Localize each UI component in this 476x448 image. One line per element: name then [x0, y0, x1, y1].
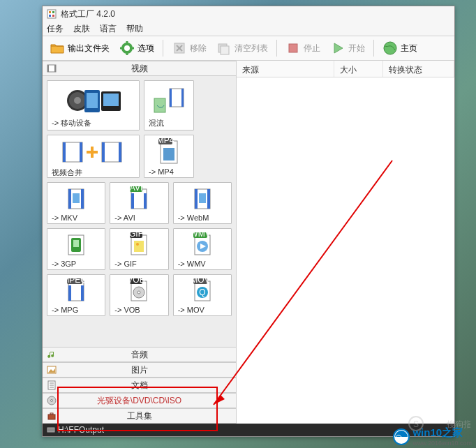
- gear-icon: [119, 40, 135, 56]
- options-button[interactable]: 选项: [115, 38, 158, 58]
- menu-language[interactable]: 语言: [100, 23, 117, 35]
- menu-help[interactable]: 帮助: [126, 23, 143, 35]
- tile-mux-label: 混流: [146, 117, 192, 128]
- mobile-icon: [49, 84, 137, 117]
- tile-mov[interactable]: MOVQ -> MOV: [173, 274, 232, 316]
- drive-icon: [47, 426, 55, 434]
- watermark-brand: win10之家: [412, 426, 472, 440]
- clearlist-button[interactable]: 清空列表: [212, 38, 272, 58]
- svg-rect-35: [80, 142, 82, 162]
- accordion-audio[interactable]: 音频: [43, 347, 236, 362]
- watermark-win10: win10之家 www.2016win10.com: [393, 426, 472, 447]
- accordion-picture[interactable]: 图片: [43, 362, 236, 378]
- svg-point-65: [136, 243, 139, 246]
- svg-rect-53: [144, 193, 147, 209]
- accordion-drive[interactable]: 光驱设备\DVD\CD\ISO: [43, 393, 236, 408]
- separator: [373, 40, 374, 57]
- separator: [276, 40, 277, 57]
- svg-point-80: [137, 291, 140, 294]
- accordion-document[interactable]: 文档: [43, 378, 236, 393]
- tile-gif[interactable]: GIF -> GIF: [110, 228, 168, 270]
- avi-icon: AVI: [112, 186, 166, 212]
- menubar: 任务 皮肤 语言 帮助: [43, 22, 454, 36]
- svg-rect-64: [134, 241, 144, 252]
- tile-join[interactable]: 视频合并: [47, 135, 140, 178]
- svg-rect-94: [48, 415, 55, 419]
- accordion-picture-label: 图片: [131, 364, 148, 376]
- tile-vob[interactable]: VOB -> VOB: [110, 274, 168, 316]
- list-header: 来源 大小 转换状态: [237, 61, 454, 77]
- mkv-icon: [49, 186, 103, 212]
- accordion-audio-label: 音频: [131, 349, 148, 361]
- tile-join-label: 视频合并: [49, 166, 137, 176]
- svg-rect-56: [207, 189, 210, 209]
- svg-rect-36: [102, 142, 121, 162]
- disc-icon: [47, 396, 57, 405]
- vob-icon: VOB: [112, 278, 166, 304]
- film-icon: [47, 64, 57, 73]
- tile-mobile[interactable]: -> 移动设备: [47, 80, 140, 130]
- tile-mp4-label: -> MP4: [146, 166, 192, 176]
- app-icon: [47, 9, 57, 19]
- folder-icon: [50, 40, 65, 56]
- accordion-video[interactable]: 视频: [43, 61, 236, 76]
- svg-text:AVI: AVI: [130, 186, 142, 193]
- home-button[interactable]: 主页: [378, 38, 422, 58]
- tile-mux[interactable]: 混流: [144, 80, 194, 130]
- col-size[interactable]: 大小: [334, 61, 383, 77]
- tile-3gp[interactable]: -> 3GP: [47, 228, 105, 270]
- svg-rect-0: [47, 10, 56, 18]
- svg-point-18: [384, 42, 396, 54]
- remove-button[interactable]: 移除: [168, 38, 211, 58]
- svg-rect-4: [52, 15, 54, 17]
- tile-mpg[interactable]: MPEG -> MPG: [47, 274, 105, 316]
- svg-rect-31: [170, 89, 172, 107]
- svg-rect-47: [81, 189, 84, 209]
- tile-webm[interactable]: -> WebM: [173, 182, 232, 224]
- tile-wmv-label: -> WMV: [175, 258, 230, 268]
- tile-wmv[interactable]: WMV -> WMV: [173, 228, 232, 270]
- tile-avi[interactable]: AVI -> AVI: [110, 182, 168, 224]
- tile-vob-label: -> VOB: [112, 304, 166, 314]
- accordion-toolkit-label: 工具集: [127, 410, 152, 422]
- right-panel: 来源 大小 转换状态: [237, 61, 454, 424]
- svg-point-6: [124, 45, 130, 51]
- status-path[interactable]: H:\FFOutput: [58, 425, 104, 435]
- clearlist-label: 清空列表: [235, 43, 268, 54]
- output-folder-button[interactable]: 输出文件夹: [45, 38, 114, 58]
- stop-label: 停止: [304, 43, 320, 54]
- titlebar[interactable]: 格式工厂 4.2.0: [43, 6, 454, 22]
- window-title: 格式工厂 4.2.0: [61, 8, 115, 20]
- svg-rect-33: [63, 142, 82, 162]
- accordion-toolkit[interactable]: 工具集: [43, 408, 236, 424]
- document-icon: [47, 380, 57, 390]
- col-status[interactable]: 转换状态: [383, 61, 454, 77]
- svg-rect-2: [52, 11, 54, 13]
- svg-rect-57: [199, 193, 206, 203]
- threegp-icon: [49, 232, 103, 258]
- stop-button[interactable]: 停止: [281, 38, 325, 58]
- gif-icon: GIF: [112, 232, 166, 258]
- mux-icon: [146, 84, 192, 117]
- menu-tasks[interactable]: 任务: [47, 23, 64, 35]
- svg-text:VOB: VOB: [128, 278, 145, 285]
- watermark-url: www.2016win10.com: [412, 440, 472, 447]
- svg-rect-38: [119, 142, 121, 162]
- col-source[interactable]: 来源: [237, 61, 334, 77]
- tile-mkv-label: -> MKV: [49, 212, 103, 222]
- menu-skin[interactable]: 皮肤: [73, 23, 90, 35]
- svg-point-24: [74, 97, 81, 104]
- svg-text:MPEG: MPEG: [66, 278, 87, 285]
- svg-rect-44: [163, 148, 174, 160]
- svg-rect-32: [181, 89, 184, 107]
- tile-mp4[interactable]: MP4 -> MP4: [144, 135, 194, 178]
- svg-rect-52: [131, 193, 134, 209]
- start-button[interactable]: 开始: [326, 38, 369, 58]
- svg-rect-21: [54, 65, 56, 72]
- clearlist-icon: [216, 40, 232, 56]
- tile-mkv[interactable]: -> MKV: [47, 182, 105, 224]
- svg-rect-75: [81, 285, 84, 301]
- svg-rect-55: [195, 189, 198, 209]
- globe-icon: [382, 40, 398, 56]
- svg-rect-34: [63, 142, 66, 162]
